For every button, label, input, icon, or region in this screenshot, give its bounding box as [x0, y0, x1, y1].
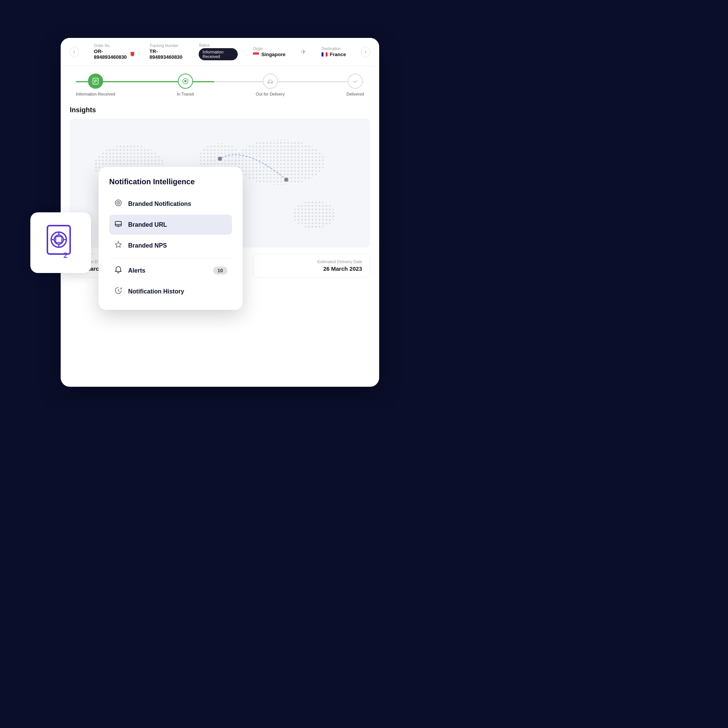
alerts-icon: [114, 266, 123, 275]
svg-point-15: [284, 177, 288, 182]
ni-title: Notification Intelligence: [109, 177, 232, 186]
ni-divider: [109, 258, 232, 258]
svg-point-7: [271, 82, 272, 83]
branded-url-icon: [114, 220, 123, 229]
order-field: Order No. OR-894893460830: [94, 44, 135, 60]
route-arrow-icon: ✈: [301, 48, 306, 56]
notification-history-icon: [114, 287, 123, 296]
origin-label: Origin: [253, 47, 286, 51]
delivery-date-label: Estimated Delivery Date: [261, 259, 362, 264]
alerts-badge: 10: [213, 267, 228, 275]
delivery-date-card: Estimated Delivery Date 26 March 2023: [253, 254, 370, 278]
step-information-received: Information Received: [76, 74, 115, 96]
step-label-2: In Transit: [177, 92, 194, 96]
ni-item-branded-url[interactable]: Branded URL: [109, 215, 232, 235]
ni-label-1: Branded URL: [128, 221, 167, 228]
svg-text:2: 2: [63, 250, 67, 260]
branded-notifications-icon: [114, 199, 123, 209]
step-label-4: Delivered: [347, 92, 364, 96]
step-delivered: Delivered: [347, 74, 364, 96]
step-label-1: Information Received: [76, 92, 115, 96]
origin-value: Singapore: [253, 52, 286, 57]
ni-label-0: Branded Notifications: [128, 201, 191, 207]
ni-panel: Notification Intelligence Branded Notifi…: [99, 167, 243, 310]
step-circle-1: [88, 74, 103, 89]
order-value: OR-894893460830: [94, 49, 135, 60]
delivery-date-value: 26 March 2023: [261, 265, 362, 272]
ni-item-branded-nps[interactable]: Branded NPS: [109, 235, 232, 256]
progress-area: Information Received In Transit: [61, 66, 379, 102]
step-circle-3: [263, 74, 278, 89]
svg-point-6: [268, 82, 269, 83]
order-label: Order No.: [94, 44, 135, 48]
status-badge: Information Received: [199, 48, 238, 60]
svg-point-16: [218, 157, 222, 161]
ni-item-branded-notifications[interactable]: Branded Notifications: [109, 194, 232, 214]
france-flag: [322, 52, 328, 56]
destination-field: Destination France: [322, 47, 346, 57]
step-circle-2: [178, 74, 193, 89]
svg-point-13: [234, 140, 325, 185]
tracking-label: Tracking Number: [149, 44, 184, 48]
ni-label-3: Alerts: [128, 267, 145, 274]
destination-label: Destination: [322, 47, 346, 51]
tracking-value: TR-894893460830: [149, 49, 184, 60]
svg-rect-29: [115, 221, 121, 226]
flag-icon: [130, 52, 134, 56]
ni-item-alerts[interactable]: Alerts 10: [109, 260, 232, 281]
next-arrow[interactable]: ›: [361, 47, 370, 57]
singapore-flag: [253, 52, 259, 56]
branded-nps-icon: [114, 241, 123, 250]
destination-value: France: [322, 52, 346, 57]
svg-point-5: [184, 80, 187, 82]
status-field: Status Information Received: [199, 43, 238, 60]
tracking-field: Tracking Number TR-894893460830: [149, 44, 184, 60]
progress-track: Information Received In Transit: [76, 74, 364, 96]
status-label: Status: [199, 43, 238, 47]
svg-point-14: [293, 201, 335, 229]
ni-label-2: Branded NPS: [128, 242, 167, 249]
insights-section: Insights: [61, 102, 379, 114]
step-circle-4: [348, 74, 363, 89]
insights-title: Insights: [70, 106, 370, 114]
origin-field: Origin Singapore: [253, 47, 286, 57]
ni-item-notification-history[interactable]: Notification History: [109, 281, 232, 301]
ni-label-4: Notification History: [128, 288, 184, 295]
step-in-transit: In Transit: [177, 74, 194, 96]
step-out-for-delivery: Out for Delivery: [256, 74, 284, 96]
icon-card: 2: [30, 212, 91, 273]
prev-arrow[interactable]: ‹: [70, 47, 79, 57]
svg-point-28: [118, 202, 119, 204]
svg-marker-33: [115, 242, 121, 248]
svg-rect-20: [56, 237, 62, 243]
step-label-3: Out for Delivery: [256, 92, 284, 96]
top-bar: ‹ Order No. OR-894893460830 Tracking Num…: [61, 38, 379, 66]
